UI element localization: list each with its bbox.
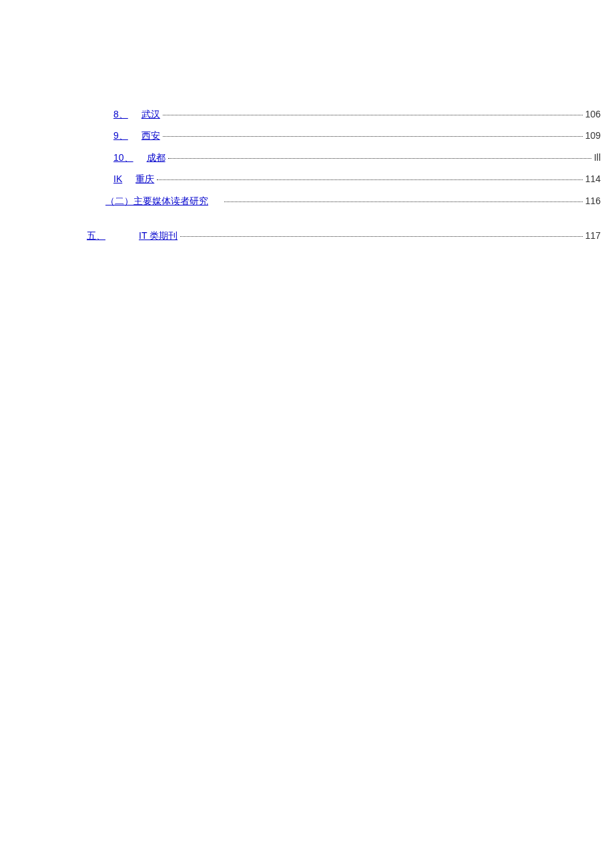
toc-prefix-link[interactable]: 8、 <box>113 107 128 121</box>
toc-prefix-link[interactable]: 10、 <box>113 150 133 165</box>
toc-title-link[interactable]: 西安 <box>141 128 160 143</box>
toc-title-link[interactable]: 重庆 <box>135 171 154 186</box>
toc-entry: 9、 西安 109 <box>113 128 601 143</box>
toc-leader-dots <box>157 179 582 180</box>
toc-entry: （二）主要媒体读者研究 116 <box>105 193 601 208</box>
toc-title-link[interactable]: IT 类期刊 <box>139 228 178 243</box>
toc-leader-dots <box>168 158 591 159</box>
toc-title-link[interactable]: 成都 <box>147 150 166 165</box>
toc-title-link[interactable]: 武汉 <box>141 107 160 121</box>
toc-page-number: 117 <box>585 228 601 243</box>
toc-prefix-link[interactable]: 9、 <box>113 128 128 143</box>
toc-page-number: 116 <box>585 193 601 208</box>
toc-leader-dots <box>163 136 583 137</box>
toc-page-number: 109 <box>585 128 601 143</box>
toc-page-number: 114 <box>585 171 601 186</box>
toc-prefix-link[interactable]: 五、 <box>87 228 105 243</box>
toc-entry: 8、 武汉 106 <box>113 107 601 121</box>
toc-page-number: 106 <box>585 107 601 121</box>
toc-page-number: Ill <box>594 150 601 165</box>
toc-entry: 五、 IT 类期刊 117 <box>87 228 601 243</box>
toc-leader-dots <box>224 201 583 202</box>
table-of-contents: 8、 武汉 106 9、 西安 109 10、 成都 Ill IK 重庆 114… <box>87 107 601 250</box>
toc-leader-dots <box>163 115 583 115</box>
toc-entry: IK 重庆 114 <box>113 171 601 186</box>
toc-section-link[interactable]: （二）主要媒体读者研究 <box>105 193 208 208</box>
toc-leader-dots <box>180 236 583 237</box>
toc-prefix-link[interactable]: IK <box>113 171 122 186</box>
toc-entry: 10、 成都 Ill <box>113 150 601 165</box>
